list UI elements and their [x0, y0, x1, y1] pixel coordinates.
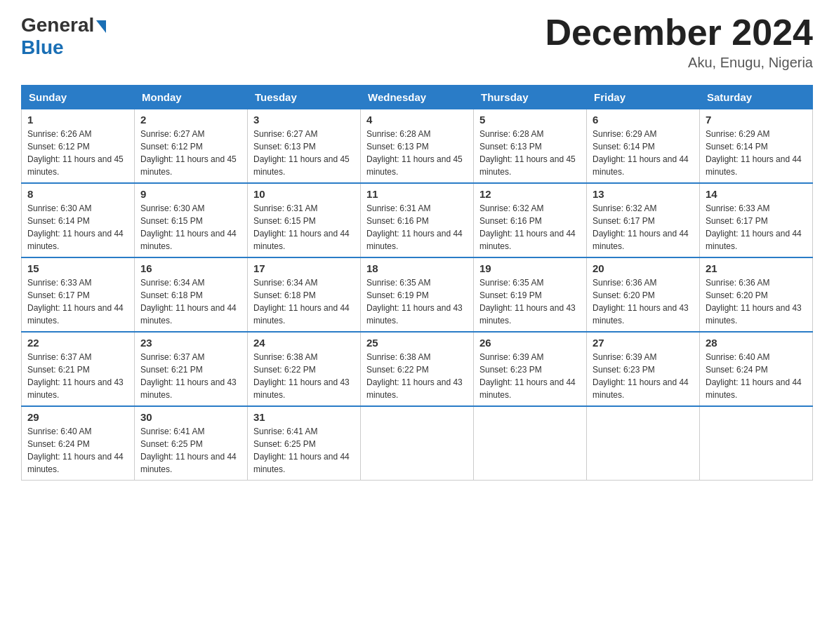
day-info: Sunrise: 6:35 AMSunset: 6:19 PMDaylight:… [479, 278, 576, 326]
day-info: Sunrise: 6:32 AMSunset: 6:17 PMDaylight:… [593, 203, 689, 251]
header-friday: Friday [587, 86, 700, 109]
day-number: 16 [140, 262, 241, 274]
page-header: General Blue December 2024 Aku, Enugu, N… [21, 14, 813, 71]
day-number: 29 [27, 411, 128, 423]
day-info: Sunrise: 6:27 AMSunset: 6:12 PMDaylight:… [140, 129, 237, 177]
day-info: Sunrise: 6:26 AMSunset: 6:12 PMDaylight:… [27, 129, 124, 177]
day-info: Sunrise: 6:36 AMSunset: 6:20 PMDaylight:… [593, 278, 689, 326]
day-number: 17 [253, 262, 355, 274]
header-tuesday: Tuesday [248, 86, 361, 109]
table-row: 8 Sunrise: 6:30 AMSunset: 6:14 PMDayligh… [22, 183, 135, 257]
table-row: 25 Sunrise: 6:38 AMSunset: 6:22 PMDaylig… [361, 332, 474, 406]
day-number: 11 [366, 188, 468, 200]
day-number: 24 [253, 337, 355, 349]
table-row: 3 Sunrise: 6:27 AMSunset: 6:13 PMDayligh… [248, 109, 361, 184]
day-number: 7 [706, 114, 807, 126]
day-number: 14 [706, 188, 807, 200]
day-info: Sunrise: 6:40 AMSunset: 6:24 PMDaylight:… [27, 427, 124, 474]
logo-general-text: General [21, 14, 94, 36]
day-number: 22 [27, 337, 128, 349]
day-number: 1 [27, 114, 128, 126]
table-row: 10 Sunrise: 6:31 AMSunset: 6:15 PMDaylig… [248, 183, 361, 257]
table-row: 6 Sunrise: 6:29 AMSunset: 6:14 PMDayligh… [587, 109, 700, 184]
day-number: 20 [593, 262, 694, 274]
table-row: 19 Sunrise: 6:35 AMSunset: 6:19 PMDaylig… [474, 257, 587, 332]
day-number: 9 [140, 188, 241, 200]
table-row: 21 Sunrise: 6:36 AMSunset: 6:20 PMDaylig… [700, 257, 813, 332]
table-row: 15 Sunrise: 6:33 AMSunset: 6:17 PMDaylig… [22, 257, 135, 332]
table-row: 26 Sunrise: 6:39 AMSunset: 6:23 PMDaylig… [474, 332, 587, 406]
day-number: 13 [593, 188, 694, 200]
table-row: 11 Sunrise: 6:31 AMSunset: 6:16 PMDaylig… [361, 183, 474, 257]
logo-blue-text: Blue [21, 36, 64, 58]
day-info: Sunrise: 6:28 AMSunset: 6:13 PMDaylight:… [479, 129, 576, 177]
table-row: 18 Sunrise: 6:35 AMSunset: 6:19 PMDaylig… [361, 257, 474, 332]
day-number: 19 [479, 262, 581, 274]
day-info: Sunrise: 6:39 AMSunset: 6:23 PMDaylight:… [479, 352, 576, 400]
day-info: Sunrise: 6:32 AMSunset: 6:16 PMDaylight:… [479, 203, 576, 251]
day-info: Sunrise: 6:29 AMSunset: 6:14 PMDaylight:… [706, 129, 802, 177]
day-info: Sunrise: 6:28 AMSunset: 6:13 PMDaylight:… [366, 129, 463, 177]
day-number: 26 [479, 337, 581, 349]
header-wednesday: Wednesday [361, 86, 474, 109]
table-row: 13 Sunrise: 6:32 AMSunset: 6:17 PMDaylig… [587, 183, 700, 257]
day-info: Sunrise: 6:37 AMSunset: 6:21 PMDaylight:… [27, 352, 124, 400]
table-row: 2 Sunrise: 6:27 AMSunset: 6:12 PMDayligh… [135, 109, 248, 184]
logo-arrow-icon [96, 20, 106, 33]
day-info: Sunrise: 6:29 AMSunset: 6:14 PMDaylight:… [593, 129, 689, 177]
table-row: 20 Sunrise: 6:36 AMSunset: 6:20 PMDaylig… [587, 257, 700, 332]
day-info: Sunrise: 6:41 AMSunset: 6:25 PMDaylight:… [140, 427, 237, 474]
day-number: 3 [253, 114, 355, 126]
table-row: 29 Sunrise: 6:40 AMSunset: 6:24 PMDaylig… [22, 406, 135, 481]
table-row: 1 Sunrise: 6:26 AMSunset: 6:12 PMDayligh… [22, 109, 135, 184]
day-info: Sunrise: 6:33 AMSunset: 6:17 PMDaylight:… [706, 203, 802, 251]
table-row: 28 Sunrise: 6:40 AMSunset: 6:24 PMDaylig… [700, 332, 813, 406]
table-row: 27 Sunrise: 6:39 AMSunset: 6:23 PMDaylig… [587, 332, 700, 406]
day-number: 23 [140, 337, 241, 349]
day-number: 8 [27, 188, 128, 200]
table-row: 17 Sunrise: 6:34 AMSunset: 6:18 PMDaylig… [248, 257, 361, 332]
day-info: Sunrise: 6:38 AMSunset: 6:22 PMDaylight:… [366, 352, 463, 400]
table-row: 9 Sunrise: 6:30 AMSunset: 6:15 PMDayligh… [135, 183, 248, 257]
day-number: 30 [140, 411, 241, 423]
day-number: 2 [140, 114, 241, 126]
day-info: Sunrise: 6:27 AMSunset: 6:13 PMDaylight:… [253, 129, 350, 177]
table-row: 23 Sunrise: 6:37 AMSunset: 6:21 PMDaylig… [135, 332, 248, 406]
day-number: 10 [253, 188, 355, 200]
day-info: Sunrise: 6:40 AMSunset: 6:24 PMDaylight:… [706, 352, 802, 400]
day-info: Sunrise: 6:36 AMSunset: 6:20 PMDaylight:… [706, 278, 802, 326]
table-row: 12 Sunrise: 6:32 AMSunset: 6:16 PMDaylig… [474, 183, 587, 257]
logo: General Blue [21, 14, 106, 59]
location: Aku, Enugu, Nigeria [545, 55, 813, 71]
table-row: 16 Sunrise: 6:34 AMSunset: 6:18 PMDaylig… [135, 257, 248, 332]
calendar-header: Sunday Monday Tuesday Wednesday Thursday… [22, 86, 813, 109]
table-row: 22 Sunrise: 6:37 AMSunset: 6:21 PMDaylig… [22, 332, 135, 406]
calendar-table: Sunday Monday Tuesday Wednesday Thursday… [21, 85, 813, 481]
table-row: 5 Sunrise: 6:28 AMSunset: 6:13 PMDayligh… [474, 109, 587, 184]
day-number: 31 [253, 411, 355, 423]
day-info: Sunrise: 6:34 AMSunset: 6:18 PMDaylight:… [140, 278, 237, 326]
table-row: 7 Sunrise: 6:29 AMSunset: 6:14 PMDayligh… [700, 109, 813, 184]
table-row [474, 406, 587, 481]
day-info: Sunrise: 6:31 AMSunset: 6:16 PMDaylight:… [366, 203, 463, 251]
day-number: 4 [366, 114, 468, 126]
day-number: 18 [366, 262, 468, 274]
day-info: Sunrise: 6:34 AMSunset: 6:18 PMDaylight:… [253, 278, 350, 326]
table-row [700, 406, 813, 481]
table-row: 14 Sunrise: 6:33 AMSunset: 6:17 PMDaylig… [700, 183, 813, 257]
day-number: 12 [479, 188, 581, 200]
day-info: Sunrise: 6:39 AMSunset: 6:23 PMDaylight:… [593, 352, 689, 400]
day-number: 15 [27, 262, 128, 274]
title-block: December 2024 Aku, Enugu, Nigeria [545, 14, 813, 71]
day-info: Sunrise: 6:38 AMSunset: 6:22 PMDaylight:… [253, 352, 350, 400]
header-sunday: Sunday [22, 86, 135, 109]
header-monday: Monday [135, 86, 248, 109]
day-info: Sunrise: 6:35 AMSunset: 6:19 PMDaylight:… [366, 278, 463, 326]
header-saturday: Saturday [700, 86, 813, 109]
table-row: 30 Sunrise: 6:41 AMSunset: 6:25 PMDaylig… [135, 406, 248, 481]
day-number: 21 [706, 262, 807, 274]
day-info: Sunrise: 6:37 AMSunset: 6:21 PMDaylight:… [140, 352, 237, 400]
header-thursday: Thursday [474, 86, 587, 109]
month-title: December 2024 [545, 14, 813, 51]
day-info: Sunrise: 6:30 AMSunset: 6:15 PMDaylight:… [140, 203, 237, 251]
